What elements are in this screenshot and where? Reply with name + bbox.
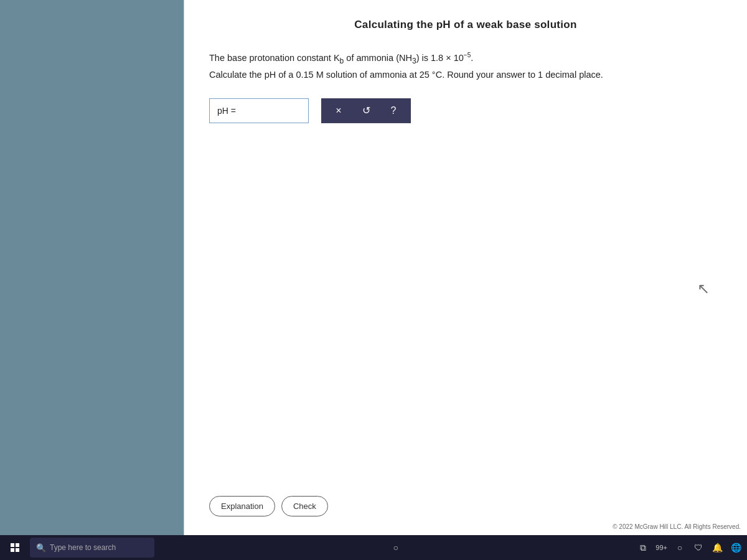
undo-button[interactable]: ↺ (357, 102, 375, 119)
windows-icon (11, 543, 19, 552)
taskbar: 🔍 Type here to search ○ ⧉ 99+ ○ 🛡 🔔 🌐 (0, 535, 747, 560)
check-button[interactable]: Check (281, 496, 328, 516)
taskbar-center: ○ (159, 541, 632, 554)
undo-icon: ↺ (362, 105, 370, 116)
ph-input-group: pH = (209, 98, 309, 123)
taskbar-task-view[interactable]: ⧉ (637, 541, 649, 554)
taskbar-right: ⧉ 99+ ○ 🛡 🔔 🌐 (637, 541, 742, 554)
help-button[interactable]: ? (385, 102, 402, 119)
ph-label: pH = (217, 106, 236, 116)
sidebar (0, 0, 184, 535)
ph-input[interactable] (240, 106, 289, 116)
desktop: ∨ Calculating the pH of a weak base solu… (0, 0, 747, 560)
explanation-button[interactable]: Explanation (209, 496, 275, 516)
problem-line1: The base protonation constant Kb of ammo… (209, 50, 722, 67)
taskbar-search-label: Type here to search (50, 543, 116, 552)
problem-line2: Calculate the pH of a 0.15 M solution of… (209, 67, 722, 83)
taskbar-browser-icon[interactable]: 🌐 (730, 541, 742, 554)
content-area: Calculating the pH of a weak base soluti… (184, 0, 747, 535)
search-icon: 🔍 (36, 543, 46, 553)
x-icon: × (336, 105, 341, 116)
main-panel: Calculating the pH of a weak base soluti… (184, 0, 747, 535)
input-row: pH = × ↺ ? (209, 98, 722, 123)
taskbar-circle-icon[interactable]: ○ (674, 541, 686, 554)
clear-button[interactable]: × (330, 102, 347, 119)
taskbar-shield-icon[interactable]: 🛡 (692, 541, 705, 554)
action-panel: × ↺ ? (321, 98, 411, 123)
copyright-text: © 2022 McGraw Hill LLC. All Rights Reser… (613, 523, 741, 530)
page-title: Calculating the pH of a weak base soluti… (209, 19, 722, 31)
taskbar-search[interactable]: 🔍 Type here to search (30, 538, 154, 558)
question-icon: ? (391, 105, 397, 116)
cursor-indicator: ↖ (697, 280, 710, 297)
battery-indicator: 99+ (655, 544, 667, 551)
start-button[interactable] (5, 538, 25, 558)
taskbar-search-center-icon[interactable]: ○ (390, 541, 402, 554)
bottom-buttons: Explanation Check (209, 496, 328, 516)
taskbar-bell-icon[interactable]: 🔔 (711, 541, 723, 554)
problem-text: The base protonation constant Kb of ammo… (209, 50, 722, 83)
